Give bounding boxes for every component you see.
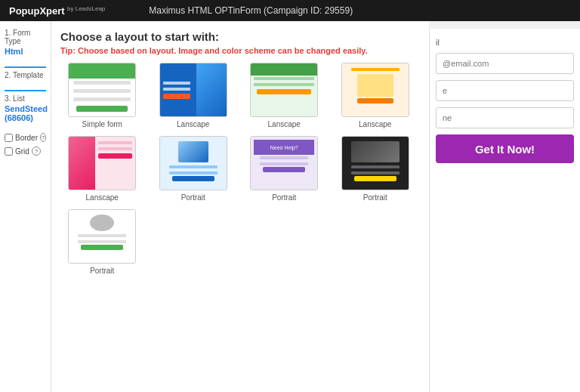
layout-name-simple-form: Simple form xyxy=(82,120,122,128)
border-help-icon[interactable]: ? xyxy=(40,133,46,142)
tip-highlight: Choose based on layout. xyxy=(78,46,176,55)
step-form-type-label: 1. Form Type xyxy=(5,29,46,45)
layout-name-landscape-1: Lanscape xyxy=(177,120,209,128)
checkbox-border-row: Border ? xyxy=(5,133,46,142)
preview-field-label: il xyxy=(436,38,574,47)
logo-text: PopupXpert by LeadsLeap xyxy=(9,5,105,17)
sidebar-divider-2 xyxy=(5,90,46,91)
layout-thumb-portrait-4 xyxy=(68,209,136,264)
preview-panel: il Get It Now! xyxy=(429,29,580,392)
checkbox-grid-label: Grid xyxy=(15,147,29,156)
layout-item-portrait-1[interactable]: Portrait xyxy=(152,136,236,202)
step-list-value[interactable]: SendSteed (68606) xyxy=(5,104,46,122)
layout-item-portrait-4[interactable]: Portrait xyxy=(60,209,144,275)
sidebar-divider-1 xyxy=(5,66,46,68)
layout-scroll: Simple form xyxy=(60,63,420,374)
content-area: Choose a layout to start with: Tip: Choo… xyxy=(51,21,580,392)
preview-email-input[interactable] xyxy=(436,53,574,74)
checkbox-border[interactable] xyxy=(5,134,13,142)
sidebar-step-list: 3. List SendSteed (68606) xyxy=(5,94,46,122)
panel-tip: Tip: Choose based on layout. Image and c… xyxy=(60,46,420,55)
layout-thumb-portrait-2: Need Help? xyxy=(250,136,318,190)
preview-submit-button[interactable]: Get It Now! xyxy=(436,134,574,163)
step-list-label: 3. List xyxy=(5,94,46,103)
layout-name-portrait-3: Portrait xyxy=(363,193,387,202)
preview-phone-input[interactable] xyxy=(436,107,574,128)
step-form-type-value[interactable]: Html xyxy=(5,47,46,56)
main-layout: 1. Form Type Html 2. Template 3. List Se… xyxy=(0,21,580,392)
layout-thumb-landscape-2 xyxy=(250,63,318,117)
checkbox-grid[interactable] xyxy=(5,147,13,156)
topbar: PopupXpert by LeadsLeap Maximus HTML OPT… xyxy=(0,0,580,21)
layout-item-simple-form[interactable]: Simple form xyxy=(60,63,144,128)
layout-name-portrait-2: Portrait xyxy=(272,193,296,202)
layout-thumb-landscape-4 xyxy=(68,136,136,190)
layout-name-landscape-3: Lanscape xyxy=(359,120,391,128)
layout-item-landscape-3[interactable]: Lanscape xyxy=(334,63,418,128)
tip-prefix: Tip: xyxy=(60,46,78,55)
layout-thumb-landscape-1 xyxy=(159,63,227,117)
layout-name-landscape-4: Lanscape xyxy=(86,193,119,202)
layout-item-portrait-3[interactable]: Portrait xyxy=(334,136,418,202)
sidebar-step-template: 2. Template xyxy=(5,71,46,79)
layout-thumb-simple-form xyxy=(68,63,136,117)
layout-item-landscape-1[interactable]: Lanscape xyxy=(152,63,236,128)
sidebar-step-form-type: 1. Form Type Html xyxy=(5,29,46,56)
layout-panel: Choose a layout to start with: Tip: Choo… xyxy=(51,21,429,392)
layout-grid: Simple form xyxy=(60,63,417,275)
campaign-title: Maximus HTML OPTinForm (Campaign ID: 295… xyxy=(149,5,353,16)
layout-name-portrait-1: Portrait xyxy=(181,193,205,202)
layout-item-landscape-2[interactable]: Lanscape xyxy=(242,63,326,128)
layout-name-landscape-2: Lanscape xyxy=(268,120,301,128)
sidebar: 1. Form Type Html 2. Template 3. List Se… xyxy=(0,21,51,392)
checkbox-grid-row: Grid ? xyxy=(5,147,46,156)
tip-suffix: Image and color scheme can be changed ea… xyxy=(176,46,368,55)
step-template-label: 2. Template xyxy=(5,71,46,79)
layout-thumb-portrait-3 xyxy=(341,136,409,190)
layout-thumb-portrait-1 xyxy=(159,136,227,190)
grid-help-icon[interactable]: ? xyxy=(32,147,41,156)
layout-name-portrait-4: Portrait xyxy=(90,267,114,275)
panel-title: Choose a layout to start with: xyxy=(60,30,420,43)
checkbox-border-label: Border xyxy=(15,134,38,142)
layout-item-portrait-2[interactable]: Need Help? Portrait xyxy=(242,136,326,202)
layout-item-landscape-4[interactable]: Lanscape xyxy=(60,136,144,202)
preview-name-input[interactable] xyxy=(436,80,574,101)
layout-thumb-landscape-3 xyxy=(341,63,409,117)
